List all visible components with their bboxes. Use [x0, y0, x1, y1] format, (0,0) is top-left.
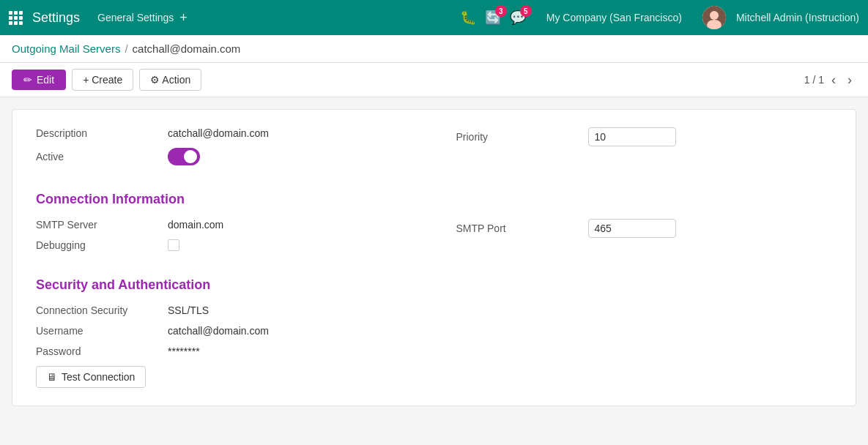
notifications-button[interactable]: 🔄 3 [485, 10, 501, 26]
sec-right-col [412, 304, 833, 388]
conn-right-col: SMTP Port 465 [412, 219, 833, 260]
pencil-icon: ✏ [23, 74, 32, 86]
breadcrumb-current: catchall@domain.com [133, 42, 241, 55]
next-page-button[interactable]: › [843, 71, 856, 89]
active-label: Active [36, 151, 168, 162]
smtp-port-label: SMTP Port [456, 222, 588, 234]
security-fields: Connection Security SSL/TLS Username cat… [36, 304, 832, 388]
password-label: Password [36, 345, 168, 357]
company-name: My Company (San Francisco) [546, 12, 682, 23]
username-label: Username [36, 325, 168, 337]
basic-fields: Description catchall@domain.com Active P… [36, 127, 832, 174]
connection-section-header: Connection Information [36, 192, 832, 207]
description-row: Description catchall@domain.com [36, 127, 412, 139]
conn-security-label: Connection Security [36, 304, 168, 316]
security-section-header: Security and Authentication [36, 277, 832, 293]
connection-fields: SMTP Server domain.com Debugging SMTP Po… [36, 219, 832, 260]
edit-button[interactable]: ✏ Edit [12, 70, 66, 90]
bug-icon-button[interactable]: 🐛 [460, 10, 476, 26]
conn-security-value: SSL/TLS [168, 304, 209, 316]
user-menu[interactable]: Mitchell Admin (Instruction) [702, 6, 859, 29]
toolbar: ✏ Edit + Create ⚙ Action 1 / 1 ‹ › [0, 63, 868, 97]
create-button[interactable]: + Create [72, 69, 133, 91]
user-name: Mitchell Admin (Instruction) [736, 12, 859, 23]
create-label: + Create [83, 74, 122, 86]
conn-left-col: SMTP Server domain.com Debugging [36, 219, 412, 260]
pagination-text: 1 / 1 [804, 74, 824, 86]
priority-value: 10 [588, 127, 676, 146]
active-row: Active [36, 148, 412, 165]
debugging-row: Debugging [36, 239, 412, 251]
password-value: ******** [168, 345, 200, 357]
notifications-badge: 3 [495, 5, 507, 17]
messages-badge: 5 [520, 5, 532, 17]
active-toggle[interactable] [168, 148, 200, 165]
smtp-server-row: SMTP Server domain.com [36, 219, 412, 231]
username-row: Username catchall@domain.com [36, 325, 412, 337]
topnav: Settings General Settings + 🐛 🔄 3 💬 5 My… [0, 0, 868, 35]
user-avatar [702, 6, 726, 29]
sec-left-col: Connection Security SSL/TLS Username cat… [36, 304, 412, 388]
smtp-server-value: domain.com [168, 219, 223, 231]
priority-label: Priority [456, 131, 588, 143]
test-connection-button[interactable]: 🖥 Test Connection [36, 366, 146, 388]
smtp-server-label: SMTP Server [36, 219, 168, 231]
action-button[interactable]: ⚙ Action [139, 69, 201, 91]
description-label: Description [36, 127, 168, 139]
password-row: Password ******** [36, 345, 412, 357]
general-settings-link[interactable]: General Settings [97, 12, 174, 23]
description-value: catchall@domain.com [168, 127, 269, 139]
messages-button[interactable]: 💬 5 [510, 10, 526, 26]
conn-security-row: Connection Security SSL/TLS [36, 304, 412, 316]
pagination: 1 / 1 ‹ › [804, 71, 856, 89]
monitor-icon: 🖥 [47, 371, 57, 383]
username-value: catchall@domain.com [168, 325, 269, 337]
breadcrumb: Outgoing Mail Servers / catchall@domain.… [0, 35, 868, 63]
add-button[interactable]: + [179, 10, 188, 26]
grid-menu-icon[interactable] [9, 11, 23, 25]
prev-page-button[interactable]: ‹ [827, 71, 840, 89]
action-label: ⚙ Action [150, 74, 190, 86]
svg-point-1 [710, 11, 719, 20]
record-card: Description catchall@domain.com Active P… [12, 109, 856, 406]
smtp-port-value: 465 [588, 219, 676, 238]
topnav-icons: 🐛 🔄 3 💬 5 My Company (San Francisco) Mit… [460, 6, 859, 29]
main-content: Description catchall@domain.com Active P… [0, 97, 868, 418]
left-col: Description catchall@domain.com Active [36, 127, 412, 174]
app-title: Settings [32, 10, 80, 26]
breadcrumb-parent-link[interactable]: Outgoing Mail Servers [12, 42, 120, 55]
smtp-port-row: SMTP Port 465 [456, 219, 833, 238]
test-connection-label: Test Connection [62, 371, 135, 383]
priority-row: Priority 10 [456, 127, 833, 146]
breadcrumb-separator: / [125, 42, 127, 55]
edit-label: Edit [37, 74, 54, 86]
debugging-label: Debugging [36, 239, 168, 251]
debugging-checkbox[interactable] [168, 239, 179, 251]
right-col: Priority 10 [412, 127, 833, 174]
